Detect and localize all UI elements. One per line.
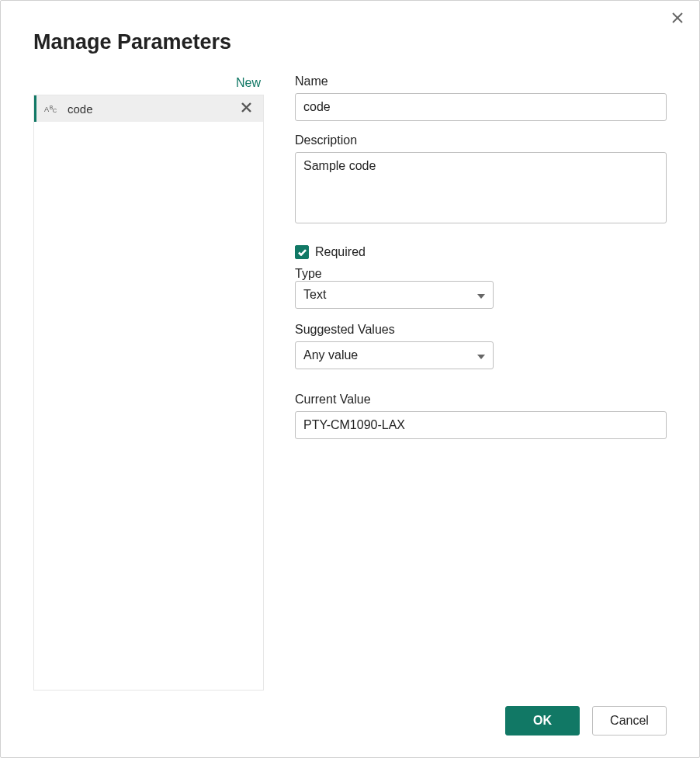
close-icon — [671, 12, 684, 27]
check-icon — [298, 245, 307, 259]
manage-parameters-dialog: Manage Parameters New A B C code — [1, 1, 699, 757]
description-input[interactable]: Sample code — [295, 152, 667, 223]
cancel-button[interactable]: Cancel — [592, 706, 667, 736]
current-value-input[interactable] — [295, 411, 667, 439]
type-label: Type — [295, 267, 667, 281]
ok-button[interactable]: OK — [505, 706, 580, 736]
dialog-footer: OK Cancel — [33, 691, 667, 736]
parameters-panel: New A B C code — [33, 74, 264, 691]
parameters-list: A B C code — [33, 95, 264, 691]
svg-marker-7 — [477, 294, 485, 299]
required-label: Required — [315, 245, 366, 259]
delete-parameter-button[interactable] — [237, 99, 255, 118]
name-input[interactable] — [295, 93, 667, 121]
required-row: Required — [295, 245, 667, 259]
suggested-values-select[interactable]: Any value — [295, 341, 494, 369]
svg-marker-8 — [477, 355, 485, 359]
name-label: Name — [295, 74, 667, 88]
chevron-down-icon — [477, 288, 485, 302]
description-label: Description — [295, 133, 667, 147]
parameter-item[interactable]: A B C code — [34, 95, 263, 122]
type-select-value: Text — [303, 288, 326, 302]
type-select[interactable]: Text — [295, 281, 494, 309]
text-type-icon: A B C — [41, 103, 63, 114]
delete-icon — [241, 102, 251, 116]
parameter-form: Name Description Sample code Required Ty… — [295, 74, 667, 691]
dialog-title: Manage Parameters — [33, 30, 667, 54]
close-button[interactable] — [670, 12, 685, 27]
new-parameter-link[interactable]: New — [33, 74, 264, 95]
dialog-content: New A B C code — [33, 74, 667, 691]
current-value-label: Current Value — [295, 393, 667, 407]
required-checkbox[interactable] — [295, 245, 309, 259]
suggested-values-label: Suggested Values — [295, 323, 667, 337]
suggested-values-value: Any value — [303, 348, 358, 362]
chevron-down-icon — [477, 348, 485, 362]
parameter-name: code — [63, 102, 237, 116]
svg-text:C: C — [53, 107, 57, 114]
